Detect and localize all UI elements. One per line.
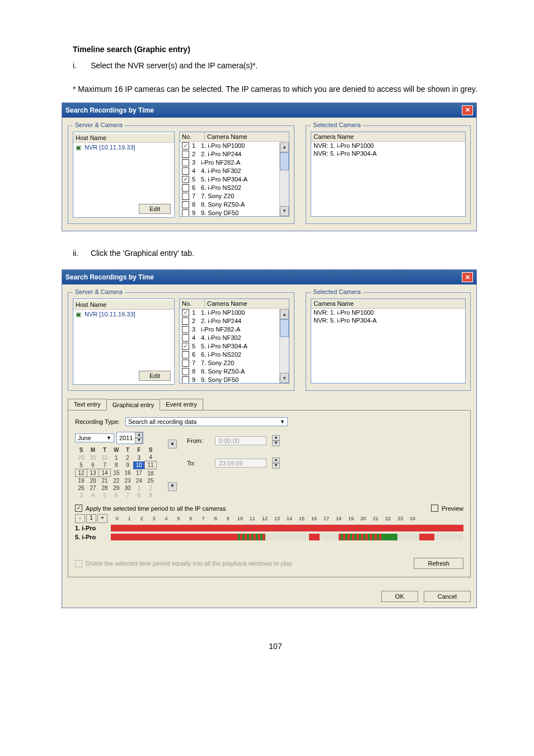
- calendar-day[interactable]: 8: [133, 492, 145, 499]
- timeline-row[interactable]: 1. i-Pro: [75, 524, 463, 532]
- camera-row[interactable]: 99. Sony DF50: [180, 376, 289, 384]
- spin-up-icon[interactable]: ▲: [135, 432, 143, 438]
- calendar-day[interactable]: 1: [133, 484, 145, 492]
- calendar-day[interactable]: 17: [133, 469, 145, 477]
- selected-row[interactable]: NVR: 1. i-Pro NP1000: [311, 309, 465, 316]
- spin-down-icon[interactable]: ▼: [272, 441, 280, 446]
- camera-row[interactable]: 99. Sony DF50: [180, 209, 289, 217]
- camera-checkbox[interactable]: [182, 201, 189, 208]
- camera-row[interactable]: 11. i-Pro NP1000: [180, 309, 289, 317]
- calendar-day[interactable]: 6: [87, 461, 99, 469]
- camera-checkbox[interactable]: [182, 193, 189, 200]
- calendar-day[interactable]: 11: [145, 461, 157, 469]
- camera-checkbox[interactable]: [182, 159, 189, 166]
- camera-row[interactable]: 66. i-Pro NS202: [180, 184, 289, 192]
- calendar-day[interactable]: 29: [76, 454, 87, 461]
- calendar-day[interactable]: 7: [122, 492, 133, 499]
- camera-checkbox[interactable]: [182, 368, 189, 375]
- camera-list[interactable]: No. Camera Name 11. i-Pro NP100022. i-Pr…: [179, 298, 289, 384]
- cal-scroll-up-icon[interactable]: ▲: [168, 440, 177, 449]
- tab-event-entry[interactable]: Event entry: [160, 399, 203, 410]
- host-row[interactable]: ▣ NVR [10.11.19.33]: [73, 310, 174, 319]
- recording-type-combo[interactable]: Search all recording data ▼: [125, 417, 288, 426]
- selected-list[interactable]: Camera Name NVR: 1. i-Pro NP1000NVR: 5. …: [311, 298, 466, 384]
- tab-graphical-entry[interactable]: Graphical entry: [106, 399, 161, 410]
- ok-button[interactable]: OK: [381, 591, 418, 602]
- camera-checkbox[interactable]: [182, 167, 189, 175]
- calendar-day[interactable]: 1: [111, 454, 123, 461]
- scroll-thumb[interactable]: [280, 152, 289, 170]
- camera-row[interactable]: 77. Sony Z20: [180, 192, 289, 200]
- cal-scroll-down-icon[interactable]: ▼: [168, 482, 177, 491]
- camera-row[interactable]: 77. Sony Z20: [180, 359, 289, 367]
- calendar-day[interactable]: 2: [145, 484, 157, 492]
- camera-checkbox[interactable]: [182, 184, 189, 192]
- camera-row[interactable]: 22. i-Pro NP244: [180, 317, 289, 325]
- calendar-day[interactable]: 8: [111, 461, 123, 469]
- edit-button[interactable]: Edit: [139, 204, 171, 214]
- refresh-button[interactable]: Refresh: [414, 558, 463, 569]
- scroll-up-icon[interactable]: ▲: [280, 309, 289, 319]
- calendar-day[interactable]: 12: [76, 469, 87, 477]
- camera-row[interactable]: 3i-Pro NF282-A: [180, 158, 289, 167]
- camera-checkbox[interactable]: [182, 343, 189, 350]
- camera-list[interactable]: No. Camera Name 11. i-Pro NP100022. i-Pr…: [179, 132, 289, 217]
- calendar-day[interactable]: 4: [87, 492, 99, 499]
- camera-checkbox[interactable]: [182, 151, 189, 158]
- calendar-day[interactable]: 10: [133, 461, 145, 469]
- calendar-day[interactable]: 14: [99, 469, 111, 477]
- calendar-day[interactable]: 13: [87, 469, 99, 477]
- host-list[interactable]: Host Name ▣ NVR [10.11.19.33] Edit: [73, 298, 175, 385]
- scroll-thumb[interactable]: [280, 319, 289, 337]
- camera-row[interactable]: 11. i-Pro NP1000: [180, 142, 289, 150]
- selected-row[interactable]: NVR: 5. i-Pro NP304-A: [311, 316, 465, 324]
- camera-row[interactable]: 66. i-Pro NS202: [180, 351, 289, 359]
- calendar-day[interactable]: 15: [111, 469, 123, 477]
- calendar-day[interactable]: 22: [111, 477, 123, 485]
- calendar-day[interactable]: 26: [76, 484, 87, 492]
- timeline-bar[interactable]: [111, 534, 463, 540]
- year-spinner[interactable]: 2011 ▲ ▼: [116, 432, 143, 444]
- scroll-down-icon[interactable]: ▼: [280, 373, 289, 383]
- calendar-day[interactable]: 31: [99, 454, 111, 461]
- selected-list[interactable]: Camera Name NVR: 1. i-Pro NP1000NVR: 5. …: [311, 132, 466, 217]
- camera-checkbox[interactable]: [182, 334, 189, 342]
- calendar-day[interactable]: 19: [76, 477, 87, 485]
- camera-row[interactable]: 3i-Pro NF282-A: [180, 325, 289, 334]
- calendar-day[interactable]: 9: [122, 461, 133, 469]
- camera-row[interactable]: 22. i-Pro NP244: [180, 150, 289, 158]
- spin-down-icon[interactable]: ▼: [135, 438, 143, 444]
- selected-row[interactable]: NVR: 1. i-Pro NP1000: [311, 142, 465, 150]
- calendar-day[interactable]: 30: [87, 454, 99, 461]
- close-icon[interactable]: ✕: [462, 272, 473, 282]
- camera-checkbox[interactable]: [182, 326, 189, 333]
- camera-row[interactable]: 55. i-Pro NP304-A: [180, 342, 289, 351]
- selected-row[interactable]: NVR: 5. i-Pro NP304-A: [311, 150, 465, 157]
- calendar-day[interactable]: 21: [99, 477, 111, 485]
- apply-checkbox[interactable]: [75, 505, 82, 512]
- calendar-day[interactable]: 5: [76, 461, 87, 469]
- calendar-day[interactable]: 28: [99, 484, 111, 492]
- camera-row[interactable]: 88. Sony RZ50-A: [180, 200, 289, 209]
- scrollbar[interactable]: ▲ ▼: [279, 142, 289, 216]
- spin-up-icon[interactable]: ▲: [272, 435, 280, 441]
- camera-checkbox[interactable]: [182, 376, 189, 384]
- host-row[interactable]: ▣ NVR [10.11.19.33]: [73, 143, 174, 152]
- camera-row[interactable]: 44. i-Pro NF302: [180, 167, 289, 175]
- camera-checkbox[interactable]: [182, 176, 189, 183]
- month-combo[interactable]: June ▼: [75, 433, 114, 442]
- scroll-up-icon[interactable]: ▲: [280, 142, 289, 152]
- camera-row[interactable]: 55. i-Pro NP304-A: [180, 175, 289, 184]
- calendar-day[interactable]: 9: [145, 492, 157, 499]
- tab-text-entry[interactable]: Text entry: [68, 399, 107, 410]
- calendar-day[interactable]: 24: [133, 477, 145, 485]
- zoom-out-button[interactable]: -: [75, 514, 85, 523]
- calendar-day[interactable]: 29: [111, 484, 123, 492]
- calendar-day[interactable]: 3: [76, 492, 87, 499]
- camera-row[interactable]: 88. Sony RZ50-A: [180, 367, 289, 376]
- calendar-day[interactable]: 7: [99, 461, 111, 469]
- host-list[interactable]: Host Name ▣ NVR [10.11.19.33] Edit: [73, 132, 175, 218]
- camera-checkbox[interactable]: [182, 318, 189, 325]
- scrollbar[interactable]: ▲ ▼: [279, 309, 289, 383]
- calendar-day[interactable]: 4: [145, 454, 157, 461]
